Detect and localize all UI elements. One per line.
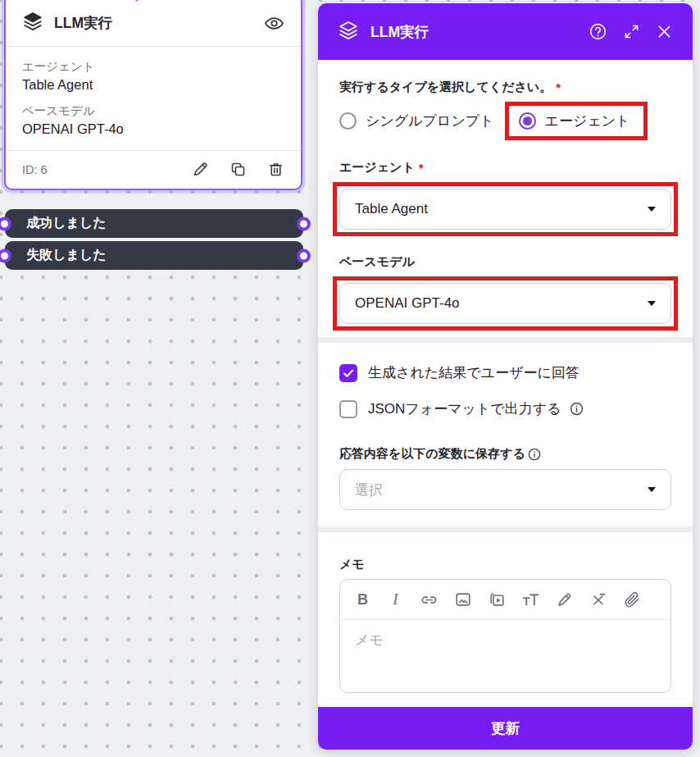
radio-checked-icon[interactable] — [519, 112, 536, 130]
link-icon[interactable] — [420, 591, 439, 609]
highlight-box-model-select: OPENAI GPT-4o — [333, 276, 678, 331]
highlight-box-agent-option: エージェント — [505, 102, 648, 140]
memo-label: メモ — [339, 557, 671, 572]
node-id-label: ID: 6 — [22, 163, 48, 176]
help-icon[interactable] — [589, 22, 607, 41]
output-success-label: 成功しました — [26, 215, 107, 232]
type-section-label: 実行するタイプを選択してください。 * — [339, 80, 671, 95]
model-field-label: ベースモデル — [339, 254, 671, 270]
answer-user-checkbox-row[interactable]: 生成された結果でユーザーに回答 — [339, 363, 671, 382]
memo-toolbar: B I — [340, 580, 670, 620]
node-field-label: ベースモデル — [22, 103, 284, 119]
connection-port[interactable] — [0, 217, 11, 230]
memo-textarea[interactable] — [340, 620, 670, 692]
radio-option-agent[interactable]: エージェント — [519, 112, 630, 130]
output-fail-label: 失敗しました — [26, 247, 107, 264]
info-icon[interactable] — [527, 447, 542, 462]
llm-node-card[interactable]: LLM実行 エージェント Table Agent ベースモデル OPENAI G… — [4, 0, 302, 190]
type-radio-group: シングルプロンプト エージェント — [339, 102, 671, 140]
eye-icon[interactable] — [264, 13, 284, 34]
memo-input-area — [340, 620, 670, 692]
layers-icon — [22, 11, 43, 35]
edit-icon[interactable] — [192, 161, 209, 178]
node-field-label: エージェント — [22, 59, 284, 75]
attachment-icon[interactable] — [623, 591, 641, 609]
pen-icon[interactable] — [556, 591, 574, 609]
node-body: エージェント Table Agent ベースモデル OPENAI GPT-4o — [6, 47, 301, 150]
chevron-down-icon — [648, 487, 656, 492]
output-success-bar[interactable]: 成功しました — [5, 209, 303, 238]
connection-port[interactable] — [297, 249, 311, 262]
close-icon[interactable] — [656, 23, 673, 40]
base-model-select[interactable]: OPENAI GPT-4o — [339, 283, 671, 324]
clear-format-icon[interactable] — [589, 591, 607, 609]
checkbox-unchecked-icon[interactable] — [339, 400, 357, 418]
agent-field-label: エージェント * — [339, 160, 671, 176]
connection-port[interactable] — [0, 249, 11, 262]
video-icon[interactable] — [488, 591, 506, 609]
section-divider — [318, 527, 693, 532]
highlight-box-agent-select: Table Agent — [333, 182, 678, 236]
node-field-value: OPENAI GPT-4o — [22, 121, 284, 137]
radio-icon[interactable] — [339, 112, 357, 130]
radio-option-single-prompt[interactable]: シングルプロンプト — [339, 112, 494, 130]
text-size-icon[interactable] — [521, 591, 540, 609]
memo-editor: B I — [339, 579, 671, 693]
node-header: LLM実行 — [6, 0, 301, 46]
variable-select[interactable]: 選択 — [339, 469, 671, 510]
delete-icon[interactable] — [267, 161, 284, 178]
workflow-canvas[interactable]: LLM実行 エージェント Table Agent ベースモデル OPENAI G… — [0, 0, 700, 757]
info-icon[interactable] — [569, 401, 584, 417]
node-footer: ID: 6 — [6, 151, 301, 189]
node-settings-panel: LLM実行 — [318, 3, 693, 750]
required-mark: * — [556, 80, 561, 94]
chevron-down-icon — [648, 301, 656, 306]
json-format-checkbox-row[interactable]: JSONフォーマットで出力する — [339, 399, 671, 418]
node-input-handle[interactable] — [130, 0, 144, 2]
section-divider — [318, 337, 693, 343]
expand-icon[interactable] — [623, 23, 640, 40]
chevron-down-icon — [648, 207, 656, 212]
required-mark: * — [419, 161, 424, 175]
checkbox-label: 生成された結果でユーザーに回答 — [368, 363, 580, 382]
panel-header: LLM実行 — [318, 3, 693, 60]
image-icon[interactable] — [454, 591, 472, 609]
italic-icon[interactable]: I — [387, 591, 404, 609]
update-button[interactable]: 更新 — [318, 707, 693, 750]
copy-icon[interactable] — [230, 161, 247, 178]
layers-icon — [338, 20, 359, 44]
agent-select[interactable]: Table Agent — [339, 189, 671, 230]
panel-title: LLM実行 — [370, 22, 429, 42]
connection-port[interactable] — [297, 217, 311, 230]
output-fail-bar[interactable]: 失敗しました — [5, 241, 303, 270]
checkbox-label: JSONフォーマットで出力する — [368, 399, 584, 418]
node-title: LLM実行 — [54, 13, 112, 33]
bold-icon[interactable]: B — [354, 591, 371, 609]
node-field-value: Table Agent — [22, 77, 284, 93]
checkbox-checked-icon[interactable] — [339, 364, 357, 382]
variable-field-label: 応答内容を以下の変数に保存する — [339, 446, 671, 462]
